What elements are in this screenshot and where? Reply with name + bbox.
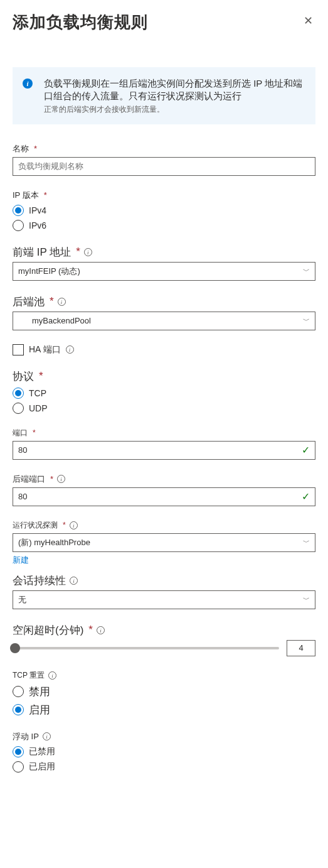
probe-select[interactable]: (新) myHealthProbe ﹀ <box>13 533 315 552</box>
session-select[interactable]: 无 ﹀ <box>13 590 315 609</box>
name-input[interactable] <box>13 157 315 176</box>
haports-label: HA 端口 <box>29 344 61 355</box>
required-icon: * <box>39 370 43 382</box>
help-icon[interactable]: i <box>84 248 92 256</box>
help-icon[interactable]: i <box>97 626 105 634</box>
radio-icon <box>13 761 24 773</box>
close-icon[interactable]: ✕ <box>301 11 315 30</box>
help-icon[interactable]: i <box>70 521 78 529</box>
radio-icon <box>13 388 24 399</box>
help-icon[interactable]: i <box>58 298 66 306</box>
info-text: 负载平衡规则在一组后端池实例间分配发送到所选 IP 地址和端口组合的传入流量。只… <box>44 77 303 103</box>
create-new-link[interactable]: 新建 <box>13 555 29 566</box>
tcpreset-disable[interactable]: 禁用 <box>13 685 315 699</box>
help-icon[interactable]: i <box>43 732 51 741</box>
floating-disabled-label: 已禁用 <box>29 746 55 757</box>
required-icon: * <box>50 295 54 308</box>
floating-label: 浮动 IP <box>13 731 39 742</box>
radio-icon <box>13 220 24 231</box>
protocol-tcp-label: TCP <box>29 388 46 398</box>
ipver-ipv6[interactable]: IPv6 <box>13 220 315 231</box>
chevron-down-icon: ﹀ <box>303 595 310 604</box>
required-icon: * <box>34 144 37 153</box>
protocol-udp-label: UDP <box>29 403 48 413</box>
backendport-input[interactable]: 80 ✓ <box>13 487 315 506</box>
backend-value: myBackendPool <box>32 316 91 325</box>
idle-slider[interactable] <box>13 647 279 649</box>
required-icon: * <box>76 246 80 258</box>
backend-label: 后端池 <box>13 295 45 309</box>
help-icon[interactable]: i <box>48 671 56 680</box>
port-input[interactable]: 80 ✓ <box>13 441 315 460</box>
help-icon[interactable]: i <box>66 345 74 354</box>
required-icon: * <box>44 190 47 200</box>
info-icon: i <box>23 79 33 89</box>
session-label: 会话持续性 <box>13 573 66 588</box>
probe-label: 运行状况探测 <box>13 520 58 531</box>
backendport-label: 后端端口 <box>13 474 45 485</box>
idle-value[interactable]: 4 <box>287 640 315 656</box>
backendport-value: 80 <box>18 492 27 501</box>
required-icon: * <box>88 624 93 636</box>
chevron-down-icon: ﹀ <box>303 538 310 547</box>
frontend-select[interactable]: myIntFEIP (动态) ﹀ <box>13 262 315 281</box>
info-subtext: 正常的后端实例才会接收到新流量。 <box>44 104 303 114</box>
frontend-label: 前端 IP 地址 <box>13 245 71 259</box>
port-value: 80 <box>18 445 27 455</box>
radio-icon <box>13 746 24 757</box>
ipver-ipv6-label: IPv6 <box>29 220 46 231</box>
idle-label: 空闲超时(分钟) <box>13 623 83 637</box>
ipver-ipv4-label: IPv4 <box>29 205 46 215</box>
protocol-udp[interactable]: UDP <box>13 403 315 414</box>
required-icon: * <box>50 474 53 484</box>
radio-icon <box>13 205 24 216</box>
protocol-tcp[interactable]: TCP <box>13 388 315 399</box>
probe-value: (新) myHealthProbe <box>18 537 90 548</box>
floating-enabled[interactable]: 已启用 <box>13 761 315 773</box>
radio-icon <box>13 403 24 414</box>
tcpreset-label: TCP 重置 <box>13 670 45 681</box>
port-label: 端口 <box>13 428 28 438</box>
session-value: 无 <box>18 594 26 605</box>
name-label: 名称 <box>13 143 29 155</box>
chevron-down-icon: ﹀ <box>303 266 310 276</box>
check-icon: ✓ <box>302 491 310 502</box>
help-icon[interactable]: i <box>57 475 65 483</box>
check-icon: ✓ <box>302 444 310 456</box>
slider-thumb-icon[interactable] <box>10 643 20 653</box>
info-banner: i 负载平衡规则在一组后端池实例间分配发送到所选 IP 地址和端口组合的传入流量… <box>13 67 315 124</box>
checkbox-icon <box>13 344 24 355</box>
floating-enabled-label: 已启用 <box>29 761 55 773</box>
radio-icon <box>13 704 24 715</box>
ipver-label: IP 版本 <box>13 190 39 201</box>
help-icon[interactable]: i <box>70 577 78 585</box>
floating-disabled[interactable]: 已禁用 <box>13 746 315 757</box>
radio-icon <box>13 686 24 697</box>
panel-title: 添加负载均衡规则 <box>13 11 148 33</box>
required-icon: * <box>33 428 36 437</box>
backend-select[interactable]: myBackendPool ﹀ <box>13 312 315 330</box>
haports-checkbox[interactable]: HA 端口 i <box>13 344 315 355</box>
ipver-ipv4[interactable]: IPv4 <box>13 205 315 216</box>
required-icon: * <box>63 521 66 529</box>
tcpreset-disable-label: 禁用 <box>29 685 50 699</box>
chevron-down-icon: ﹀ <box>303 316 310 325</box>
tcpreset-enable[interactable]: 启用 <box>13 703 315 717</box>
frontend-value: myIntFEIP (动态) <box>18 266 80 277</box>
tcpreset-enable-label: 启用 <box>29 703 50 717</box>
protocol-label: 协议 <box>13 369 34 384</box>
